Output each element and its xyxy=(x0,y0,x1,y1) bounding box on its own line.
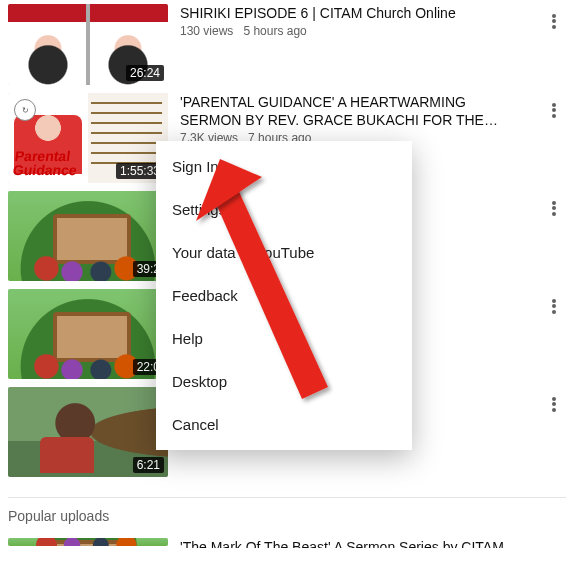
menu-item-sign-in[interactable]: Sign In xyxy=(156,145,412,188)
video-thumbnail[interactable]: 6:21 xyxy=(8,387,168,477)
more-menu-button[interactable] xyxy=(542,93,566,119)
duration-badge: 6:21 xyxy=(133,457,164,473)
kebab-icon xyxy=(552,395,556,413)
video-title[interactable]: 'The Mark Of The Beast' A Sermon Series … xyxy=(180,538,566,548)
video-meta: 'The Mark Of The Beast' A Sermon Series … xyxy=(180,538,566,548)
menu-item-cancel[interactable]: Cancel xyxy=(156,403,412,446)
more-menu-button[interactable] xyxy=(542,387,566,413)
more-menu-button[interactable] xyxy=(542,4,566,30)
video-meta: SHIRIKI EPISODE 6 | CITAM Church Online … xyxy=(180,4,530,38)
menu-item-help[interactable]: Help xyxy=(156,317,412,360)
video-age: 5 hours ago xyxy=(243,24,306,38)
more-menu-button[interactable] xyxy=(542,191,566,217)
kebab-icon xyxy=(552,101,556,119)
video-views: 130 views xyxy=(180,24,233,38)
section-divider xyxy=(8,497,566,498)
kebab-icon xyxy=(552,297,556,315)
video-thumbnail[interactable]: ParentalGuidance ↻ 1:55:33 xyxy=(8,93,168,183)
video-thumbnail[interactable]: 26:24 xyxy=(8,4,168,85)
video-row[interactable]: 26:24 SHIRIKI EPISODE 6 | CITAM Church O… xyxy=(8,0,566,89)
duration-badge: 26:24 xyxy=(126,65,164,81)
video-title[interactable]: 'PARENTAL GUIDANCE' A HEARTWARMING SERMO… xyxy=(180,93,530,129)
kebab-icon xyxy=(552,199,556,217)
thumbnail-art xyxy=(8,538,168,546)
menu-item-feedback[interactable]: Feedback xyxy=(156,274,412,317)
video-thumbnail[interactable] xyxy=(8,538,168,546)
account-menu-popup: Sign In Settings Your data in YouTube Fe… xyxy=(156,141,412,450)
more-menu-button[interactable] xyxy=(542,289,566,315)
video-thumbnail[interactable]: 39:2 xyxy=(8,191,168,281)
video-title[interactable]: SHIRIKI EPISODE 6 | CITAM Church Online xyxy=(180,4,530,22)
menu-item-your-data[interactable]: Your data in YouTube xyxy=(156,231,412,274)
menu-item-settings[interactable]: Settings xyxy=(156,188,412,231)
menu-item-desktop[interactable]: Desktop xyxy=(156,360,412,403)
kebab-icon xyxy=(552,12,556,30)
video-thumbnail[interactable]: 22:0 xyxy=(8,289,168,379)
video-row[interactable]: 'The Mark Of The Beast' A Sermon Series … xyxy=(8,534,566,552)
section-title: Popular uploads xyxy=(8,508,566,534)
video-meta: 'PARENTAL GUIDANCE' A HEARTWARMING SERMO… xyxy=(180,93,530,145)
live-replay-icon: ↻ xyxy=(14,99,36,121)
